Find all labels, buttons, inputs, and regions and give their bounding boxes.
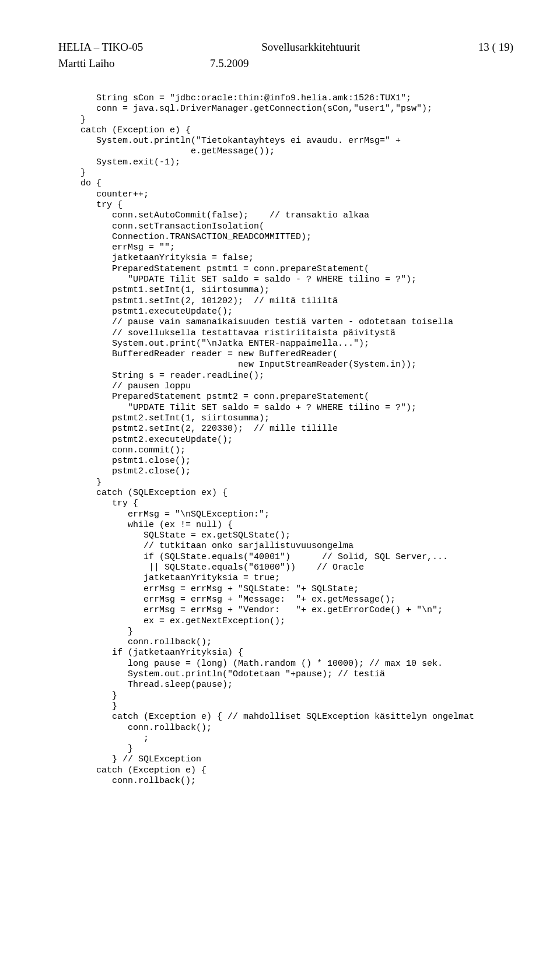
author-name: Martti Laiho [58,57,210,70]
page: HELIA – TIKO-05 Sovellusarkkitehtuurit 1… [0,0,560,821]
header-page-number: 13 ( 19) [478,41,513,54]
page-header: HELIA – TIKO-05 Sovellusarkkitehtuurit 1… [58,41,513,54]
header-center: Sovellusarkkitehtuurit [261,41,360,54]
header-left: HELIA – TIKO-05 [58,41,143,54]
document-date: 7.5.2009 [210,57,249,70]
code-block: String sCon = "jdbc:oracle:thin:@info9.h… [80,93,513,786]
page-subheader: Martti Laiho 7.5.2009 [58,57,513,70]
